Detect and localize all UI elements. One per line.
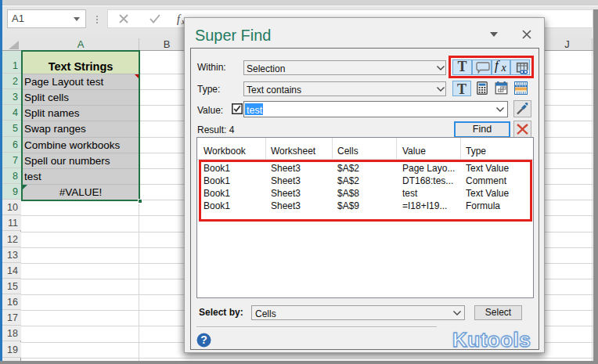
svg-text:?: ? xyxy=(200,333,207,346)
